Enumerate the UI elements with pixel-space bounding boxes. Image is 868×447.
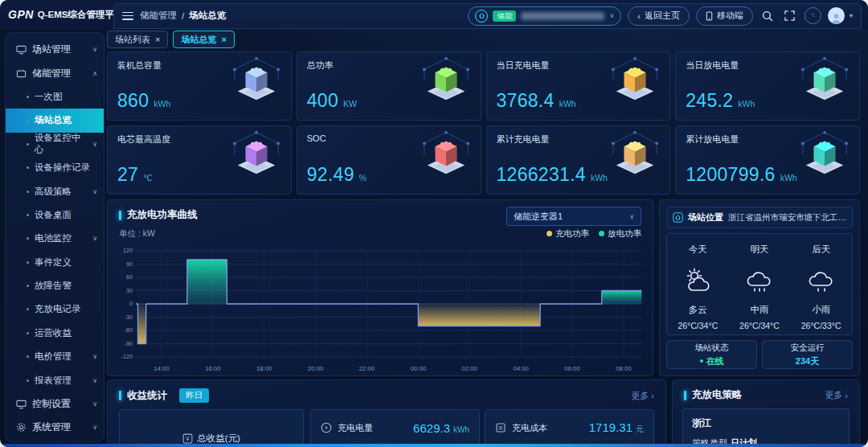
svg-text:14:00: 14:00 bbox=[154, 365, 170, 372]
sidebar-item-15[interactable]: 控制设置∨ bbox=[6, 392, 104, 416]
more-label: 更多 bbox=[631, 390, 649, 402]
monitor-icon bbox=[16, 45, 27, 55]
svg-text:0: 0 bbox=[129, 300, 133, 307]
strategy-panel: 充放电策略 更多 › 浙江策略类型日计划7-8, 12-1 bbox=[672, 379, 860, 447]
tab-label: 场站总览 bbox=[181, 34, 216, 46]
chevron-down-icon: ∨ bbox=[92, 353, 97, 360]
weather-day-1: 明天中雨26°C/34°C bbox=[739, 244, 780, 334]
status-box-0: 场站状态在线 bbox=[666, 340, 757, 369]
chevron-up-icon: ∧ bbox=[92, 70, 97, 77]
bullet-icon bbox=[27, 379, 29, 382]
station-selector[interactable]: 储能 ∨ bbox=[468, 6, 621, 26]
sidebar-item-11[interactable]: 充放电记录 bbox=[6, 297, 104, 321]
legend-item-1[interactable]: 放电功率 bbox=[599, 228, 641, 240]
sidebar-item-13[interactable]: 电价管理∨ bbox=[6, 345, 104, 368]
fullscreen-icon[interactable] bbox=[782, 8, 798, 24]
svg-text:08:00: 08:00 bbox=[616, 365, 632, 372]
back-chevron-icon: ‹ bbox=[637, 11, 641, 21]
stat-card-valuerow: 92.49% bbox=[307, 164, 366, 186]
sidebar-item-16[interactable]: 系统管理∨ bbox=[6, 416, 104, 439]
stat-card-valuerow: 1200799.6kWh bbox=[686, 164, 796, 186]
battery-3d-icon bbox=[605, 129, 665, 177]
lightning-circle-icon bbox=[321, 422, 332, 433]
tab-label: 场站列表 bbox=[115, 34, 150, 46]
sidebar-item-1[interactable]: 储能管理∧ bbox=[6, 61, 104, 84]
weather-temp: 26°C/34°C bbox=[678, 321, 718, 330]
chevron-down-icon: ∨ bbox=[92, 141, 97, 148]
sidebar-item-6[interactable]: 高级策略∨ bbox=[6, 179, 104, 203]
stat-card-valuerow: 3768.4kWh bbox=[497, 90, 576, 112]
svg-text:20:00: 20:00 bbox=[308, 365, 324, 372]
total-revenue-label: 总收益(元) bbox=[182, 433, 240, 445]
sidebar-item-label: 储能管理 bbox=[32, 67, 71, 80]
sidebar-item-7[interactable]: 设备桌面 bbox=[6, 203, 104, 227]
strategy-card-line1: 浙江 bbox=[692, 416, 840, 430]
stat-card-value: 27 bbox=[117, 164, 138, 186]
battery-icon bbox=[16, 68, 27, 78]
tab-close-icon[interactable]: × bbox=[155, 35, 160, 44]
sidebar-item-8[interactable]: 电池监控∨ bbox=[6, 227, 104, 250]
sidebar-item-label: 充放电记录 bbox=[35, 303, 81, 315]
bullet-icon bbox=[27, 119, 29, 121]
revenue-more-link[interactable]: 更多 › bbox=[631, 390, 654, 402]
strategy-card-0[interactable]: 浙江策略类型日计划 bbox=[682, 408, 850, 447]
status-label: 安全运行 bbox=[791, 342, 825, 354]
tab-close-icon[interactable]: × bbox=[221, 35, 226, 44]
back-home-button[interactable]: ‹ 返回主页 bbox=[628, 6, 690, 26]
weather-day-label: 明天 bbox=[750, 244, 768, 256]
more-label: 更多 bbox=[825, 389, 842, 401]
search-icon[interactable] bbox=[760, 8, 776, 24]
stat-card-value: 860 bbox=[117, 90, 149, 112]
battery-3d-icon bbox=[416, 55, 476, 103]
station-status-row: 场站状态在线安全运行234天 bbox=[666, 340, 853, 369]
bullet-icon bbox=[27, 261, 29, 264]
sidebar-item-14[interactable]: 报表管理∨ bbox=[6, 368, 104, 392]
svg-text:-90: -90 bbox=[125, 340, 133, 347]
stat-card-unit: kWh bbox=[738, 99, 755, 109]
stat-card-valuerow: 400KW bbox=[307, 90, 357, 112]
status-value: 234天 bbox=[796, 355, 819, 367]
sidebar-item-0[interactable]: 场站管理∨ bbox=[6, 38, 104, 61]
sidebar-item-9[interactable]: 事件定义 bbox=[6, 251, 104, 274]
menu-toggle-icon[interactable] bbox=[122, 12, 133, 20]
revenue-cell-value: 6629.3kWh bbox=[413, 421, 469, 435]
more-chevron-icon: › bbox=[651, 391, 654, 400]
status-label: 场站状态 bbox=[695, 342, 729, 354]
chevron-down-icon: ∨ bbox=[92, 188, 97, 195]
sidebar-item-10[interactable]: 故障告警 bbox=[6, 274, 104, 297]
weather-desc: 多云 bbox=[689, 304, 707, 316]
inverter-select[interactable]: 储能逆变器1 ∨ bbox=[506, 207, 641, 226]
weather-desc: 小雨 bbox=[812, 304, 830, 316]
sidebar-item-label: 设备操作记录 bbox=[35, 162, 90, 174]
sidebar-item-label: 电价管理 bbox=[35, 351, 72, 363]
sidebar-item-12[interactable]: 运营收益 bbox=[6, 322, 104, 345]
stat-card-value: 1266231.4 bbox=[497, 164, 586, 186]
chart-unit-label: 单位 : kW bbox=[119, 228, 155, 240]
stat-card-unit: % bbox=[359, 173, 366, 182]
sidebar-item-3[interactable]: 场站总览 bbox=[6, 109, 104, 132]
strategy-more-link[interactable]: 更多 › bbox=[825, 389, 848, 401]
sidebar-item-label: 一次图 bbox=[35, 91, 63, 103]
avatar-caret-icon: ▾ bbox=[850, 12, 853, 19]
stat-card-valuerow: 1266231.4kWh bbox=[497, 164, 608, 186]
stat-card-unit: kWh bbox=[154, 99, 170, 109]
svg-text:90: 90 bbox=[126, 260, 133, 268]
battery-3d-icon bbox=[227, 129, 286, 177]
circle-badge-icon[interactable]: ⁖ bbox=[805, 7, 821, 24]
yuan-icon bbox=[182, 433, 193, 444]
mobile-button[interactable]: 移动端 bbox=[696, 6, 753, 26]
sidebar-item-5[interactable]: 设备操作记录 bbox=[6, 156, 104, 179]
tab-0[interactable]: 场站列表× bbox=[107, 31, 168, 48]
breadcrumb-current[interactable]: 场站总览 bbox=[189, 10, 226, 22]
revenue-cell-label: 充电成本 bbox=[512, 422, 547, 434]
yesterday-badge[interactable]: 昨日 bbox=[179, 388, 209, 403]
sidebar-item-label: 电池监控 bbox=[35, 232, 72, 244]
user-avatar[interactable] bbox=[828, 7, 845, 24]
sidebar-item-4[interactable]: 设备监控中心∨ bbox=[6, 133, 104, 156]
sidebar-item-label: 场站管理 bbox=[32, 43, 71, 56]
legend-item-0[interactable]: 充电功率 bbox=[547, 228, 589, 240]
weather-day-label: 今天 bbox=[689, 244, 707, 256]
tab-1[interactable]: 场站总览× bbox=[173, 31, 234, 48]
sidebar-item-2[interactable]: 一次图 bbox=[6, 85, 104, 109]
breadcrumb-parent[interactable]: 储能管理 bbox=[140, 10, 177, 22]
